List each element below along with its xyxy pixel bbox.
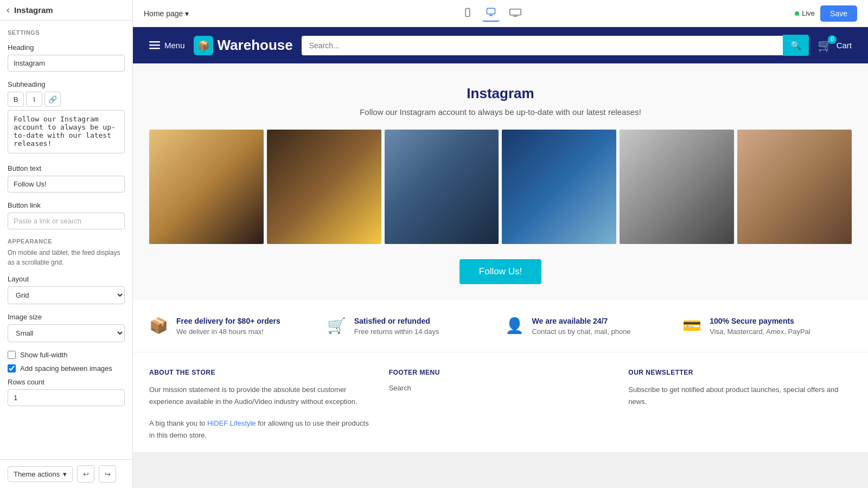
instagram-image-4 <box>502 130 616 244</box>
sidebar-title: Instagram <box>14 5 53 15</box>
footer-newsletter-text: Subscribe to get notified about product … <box>628 384 852 408</box>
feature-returns: 🛒 Satisfied or refunded Free returns wit… <box>327 317 496 336</box>
add-spacing-checkbox[interactable] <box>8 364 16 373</box>
footer-about-text2: A big thank you to HiDEF Lifestyle for a… <box>149 418 373 441</box>
feature-support-desc: Contact us by chat, mail, phone <box>532 328 631 336</box>
cart-badge: 0 <box>828 35 837 44</box>
rows-count-field-group: Rows count <box>8 378 125 406</box>
theme-actions-button[interactable]: Theme actions ▾ <box>8 466 73 482</box>
svg-rect-0 <box>465 9 470 17</box>
footer-newsletter-title: OUR NEWSLETTER <box>628 369 852 376</box>
feature-delivery-title: Free delivery for $80+ orders <box>176 317 280 325</box>
rows-count-input[interactable] <box>8 389 125 406</box>
bold-button[interactable]: B <box>8 92 24 107</box>
live-label: Live <box>802 9 815 17</box>
store-logo: 📦 Warehouse <box>194 36 293 55</box>
feature-payments-title: 100% Secure payments <box>710 317 810 325</box>
store-search-input[interactable] <box>302 36 783 55</box>
store-name: Warehouse <box>218 37 293 54</box>
feature-payments: 💳 100% Secure payments Visa, Mastercard,… <box>682 317 852 336</box>
live-badge: Live <box>795 9 815 17</box>
chevron-down-icon: ▾ <box>63 470 67 478</box>
italic-button[interactable]: I <box>26 92 42 107</box>
appearance-label: APPEARANCE <box>8 238 125 245</box>
feature-returns-text: Satisfied or refunded Free returns withi… <box>354 317 439 336</box>
feature-support-title: We are available 24/7 <box>532 317 631 325</box>
image-size-select[interactable]: Small Medium Large <box>8 324 125 342</box>
feature-support-text: We are available 24/7 Contact us by chat… <box>532 317 631 336</box>
support-icon: 👤 <box>505 317 525 335</box>
feature-delivery-desc: We deliver in 48 hours max! <box>176 328 280 336</box>
hidef-link[interactable]: HiDEF Lifestyle <box>207 419 256 427</box>
heading-field-group: Heading <box>8 43 125 72</box>
features-bar: 📦 Free delivery for $80+ orders We deliv… <box>133 300 868 352</box>
sidebar-footer: Theme actions ▾ ↩ ↪ <box>0 459 132 488</box>
store-header: Menu 📦 Warehouse 🔍 🛒 0 Cart <box>133 27 868 63</box>
settings-section-label: SETTINGS <box>8 29 125 36</box>
cart-area[interactable]: 🛒 0 Cart <box>818 38 852 53</box>
footer-menu-section: FOOTER MENU Search <box>389 369 612 441</box>
preview-area: Menu 📦 Warehouse 🔍 🛒 0 Cart Insta <box>133 27 868 488</box>
top-bar: Home page ▾ Live Save <box>133 0 868 27</box>
footer-newsletter: OUR NEWSLETTER Subscribe to get notified… <box>628 369 852 441</box>
subheading-textarea[interactable]: Follow our Instagram account to always b… <box>8 110 125 153</box>
svg-rect-5 <box>510 9 521 15</box>
menu-button[interactable]: Menu <box>149 41 185 50</box>
show-full-width-checkbox[interactable] <box>8 351 16 359</box>
link-button[interactable]: 🔗 <box>44 92 61 107</box>
desktop-view-button[interactable] <box>482 5 500 22</box>
footer: ABOUT THE STORE Our mission statement is… <box>133 352 868 452</box>
layout-label: Layout <box>8 275 125 283</box>
top-bar-center <box>459 5 525 22</box>
instagram-image-6 <box>737 130 852 244</box>
delivery-icon: 📦 <box>149 317 169 335</box>
feature-delivery-text: Free delivery for $80+ orders We deliver… <box>176 317 280 336</box>
cart-label: Cart <box>837 41 852 50</box>
button-link-input[interactable] <box>8 213 125 229</box>
image-size-label: Image size <box>8 313 125 321</box>
footer-menu-search: Search <box>389 384 612 392</box>
image-size-field-group: Image size Small Medium Large <box>8 313 125 342</box>
button-link-label: Button link <box>8 201 125 209</box>
svg-rect-9 <box>149 48 160 49</box>
footer-about-text: Our mission statement is to provide the … <box>149 384 373 408</box>
back-button[interactable]: ‹ <box>7 4 10 16</box>
payments-icon: 💳 <box>682 317 702 335</box>
mobile-view-button[interactable] <box>459 5 476 21</box>
subheading-label: Subheading <box>8 80 125 88</box>
page-chevron-icon: ▾ <box>185 9 189 18</box>
store-search-button[interactable]: 🔍 <box>783 35 809 56</box>
widescreen-view-button[interactable] <box>506 5 525 21</box>
main-area: Home page ▾ Live Save <box>133 0 868 488</box>
rows-count-label: Rows count <box>8 378 125 386</box>
subheading-field-group: Subheading B I 🔗 Follow our Instagram ac… <box>8 80 125 156</box>
instagram-image-5 <box>620 130 734 244</box>
menu-label: Menu <box>164 41 185 50</box>
save-button[interactable]: Save <box>820 5 857 22</box>
follow-button[interactable]: Follow Us! <box>459 259 541 284</box>
svg-rect-7 <box>149 41 160 43</box>
button-text-label: Button text <box>8 164 125 172</box>
heading-input[interactable] <box>8 55 125 72</box>
add-spacing-label: Add spacing between images <box>20 364 112 373</box>
instagram-subheading: Follow our Instagram account to always b… <box>149 107 852 117</box>
show-full-width-row: Show full-width <box>8 351 125 359</box>
page-selector[interactable]: Home page ▾ <box>144 9 189 18</box>
footer-menu-title: FOOTER MENU <box>389 369 612 376</box>
redo-button[interactable]: ↪ <box>99 465 116 483</box>
logo-icon: 📦 <box>194 36 213 55</box>
top-bar-left: Home page ▾ <box>144 9 189 18</box>
layout-select[interactable]: Grid Masonry Highlight Collage <box>8 286 125 304</box>
feature-payments-text: 100% Secure payments Visa, Mastercard, A… <box>710 317 810 336</box>
layout-field-group: Layout Grid Masonry Highlight Collage <box>8 275 125 304</box>
feature-delivery: 📦 Free delivery for $80+ orders We deliv… <box>149 317 318 336</box>
sidebar: ‹ Instagram SETTINGS Heading Subheading … <box>0 0 133 488</box>
svg-rect-8 <box>149 44 160 46</box>
format-bar: B I 🔗 <box>8 92 125 107</box>
undo-button[interactable]: ↩ <box>77 465 94 483</box>
heading-label: Heading <box>8 43 125 52</box>
button-text-input[interactable] <box>8 176 125 192</box>
appearance-desc: On mobile and tablet, the feed displays … <box>8 248 125 267</box>
feature-returns-title: Satisfied or refunded <box>354 317 439 325</box>
page-name: Home page <box>144 9 183 18</box>
